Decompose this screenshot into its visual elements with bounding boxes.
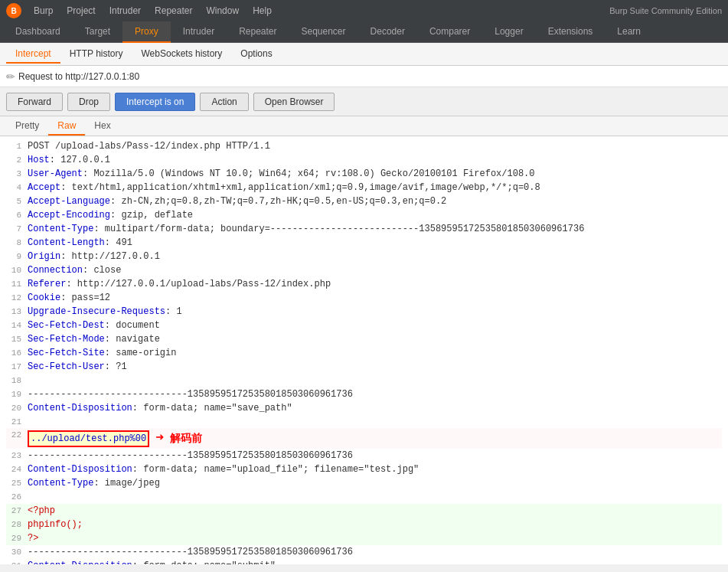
line-14: 14Sec-Fetch-Dest: document (6, 319, 722, 332)
request-content[interactable]: 1POST /upload-labs/Pass-12/index.php HTT… (0, 136, 728, 564)
line-number: 2 (6, 153, 21, 167)
forward-button[interactable]: Forward (6, 93, 63, 111)
tab-comparer[interactable]: Comparer (417, 21, 482, 43)
tab-extensions[interactable]: Extensions (536, 21, 606, 43)
line-number: 30 (6, 545, 21, 559)
line-text: -----------------------------13589595172… (28, 387, 722, 401)
subtab-intercept[interactable]: Intercept (6, 45, 60, 64)
line-28: 28phpinfo(); (6, 518, 722, 531)
line-number: 25 (6, 476, 21, 490)
line-text: Content-Disposition: form-data; name="up… (28, 463, 722, 476)
line-1: 1POST /upload-labs/Pass-12/index.php HTT… (6, 139, 722, 153)
line-number: 29 (6, 531, 21, 545)
line-text: Accept-Encoding: gzip, deflate (28, 208, 722, 222)
tab-learn[interactable]: Learn (605, 21, 653, 43)
line-9: 9Origin: http://127.0.0.1 (6, 250, 722, 263)
line-25: 25Content-Type: image/jpeg (6, 476, 722, 490)
title-bar-left: B Burp Project Intruder Repeater Window … (6, 3, 278, 18)
menu-intruder[interactable]: Intruder (103, 4, 147, 18)
line-number: 12 (6, 291, 21, 305)
action-toolbar: Forward Drop Intercept is on Action Open… (0, 87, 728, 116)
line-number: 31 (6, 559, 21, 565)
line-text: Sec-Fetch-Mode: navigate (28, 332, 722, 346)
request-info-bar: ✏ Request to http://127.0.0.1:80 (0, 66, 728, 87)
line-number: 28 (6, 518, 21, 531)
line-text: Sec-Fetch-User: ?1 (28, 360, 722, 374)
view-tab-pretty[interactable]: Pretty (6, 118, 48, 136)
tab-repeater[interactable]: Repeater (227, 21, 289, 43)
line-number: 17 (6, 360, 21, 374)
line-18: 18 (6, 374, 722, 387)
line-31: 31Content-Disposition: form-data; name="… (6, 559, 722, 565)
menu-burp[interactable]: Burp (28, 4, 59, 18)
line-16: 16Sec-Fetch-Site: same-origin (6, 346, 722, 360)
line-number: 4 (6, 181, 21, 194)
menu-help[interactable]: Help (246, 4, 278, 18)
line-8: 8Content-Length: 491 (6, 236, 722, 250)
subtab-options[interactable]: Options (231, 45, 281, 64)
line-number: 7 (6, 222, 21, 236)
line-26: 26 (6, 490, 722, 504)
line-text: Accept: text/html,application/xhtml+xml,… (28, 181, 722, 194)
menu-repeater[interactable]: Repeater (149, 4, 198, 18)
line-13: 13Upgrade-Insecure-Requests: 1 (6, 305, 722, 319)
line-15: 15Sec-Fetch-Mode: navigate (6, 332, 722, 346)
drop-button[interactable]: Drop (67, 93, 110, 111)
intercept-toggle-button[interactable]: Intercept is on (115, 93, 195, 111)
view-tab-hex[interactable]: Hex (85, 118, 119, 136)
line-text: Content-Disposition: form-data; name="sa… (28, 401, 722, 415)
title-bar: B Burp Project Intruder Repeater Window … (0, 0, 728, 21)
open-browser-button[interactable]: Open Browser (253, 93, 335, 111)
line-text: <?php (28, 504, 722, 518)
view-tab-raw[interactable]: Raw (48, 118, 85, 136)
line-text: POST /upload-labs/Pass-12/index.php HTTP… (28, 139, 722, 153)
request-url: Request to http://127.0.0.1:80 (18, 71, 139, 82)
tab-logger[interactable]: Logger (482, 21, 535, 43)
line-2: 2Host: 127.0.0.1 (6, 153, 722, 167)
line-19: 19-----------------------------135895951… (6, 387, 722, 401)
line-20: 20Content-Disposition: form-data; name="… (6, 401, 722, 415)
line-7: 7Content-Type: multipart/form-data; boun… (6, 222, 722, 236)
line-number: 19 (6, 387, 21, 401)
line-number: 20 (6, 401, 21, 415)
line-number: 14 (6, 319, 21, 332)
line-10: 10Connection: close (6, 263, 722, 277)
action-button[interactable]: Action (200, 93, 248, 111)
main-tab-bar: Dashboard Target Proxy Intruder Repeater… (0, 21, 728, 43)
line-text: User-Agent: Mozilla/5.0 (Windows NT 10.0… (28, 167, 722, 181)
line-23: 23-----------------------------135895951… (6, 449, 722, 463)
line-number: 10 (6, 263, 21, 277)
subtab-websockets[interactable]: WebSockets history (132, 45, 232, 64)
line-number: 22 (6, 428, 21, 442)
line-4: 4Accept: text/html,application/xhtml+xml… (6, 181, 722, 194)
menu-project[interactable]: Project (60, 4, 101, 18)
line-text: ?> (28, 531, 722, 545)
tab-dashboard[interactable]: Dashboard (3, 21, 73, 43)
line-12: 12Cookie: pass=12 (6, 291, 722, 305)
highlighted-content: ../upload/test.php%00➜解码前 (28, 428, 722, 449)
tab-decoder[interactable]: Decoder (358, 21, 417, 43)
line-29: 29?> (6, 531, 722, 545)
edit-icon: ✏ (6, 70, 15, 83)
burp-logo: B (6, 3, 21, 18)
line-text: phpinfo(); (28, 518, 722, 531)
line-number: 9 (6, 250, 21, 263)
line-number: 5 (6, 194, 21, 208)
line-text: Sec-Fetch-Site: same-origin (28, 346, 722, 360)
tab-target[interactable]: Target (73, 21, 122, 43)
tab-sequencer[interactable]: Sequencer (289, 21, 358, 43)
menu-bar: Burp Project Intruder Repeater Window He… (28, 4, 278, 18)
line-5: 5Accept-Language: zh-CN,zh;q=0.8,zh-TW;q… (6, 194, 722, 208)
tab-intruder[interactable]: Intruder (171, 21, 227, 43)
subtab-http-history[interactable]: HTTP history (60, 45, 132, 64)
menu-window[interactable]: Window (200, 4, 245, 18)
line-text: Content-Type: image/jpeg (28, 476, 722, 490)
line-24: 24Content-Disposition: form-data; name="… (6, 463, 722, 476)
line-number: 13 (6, 305, 21, 319)
line-text: Upgrade-Insecure-Requests: 1 (28, 305, 722, 319)
line-21: 21 (6, 415, 722, 429)
app-title: Burp Suite Community Edition (609, 6, 722, 15)
line-text: Origin: http://127.0.0.1 (28, 250, 722, 263)
line-number: 24 (6, 463, 21, 476)
tab-proxy[interactable]: Proxy (122, 21, 171, 43)
